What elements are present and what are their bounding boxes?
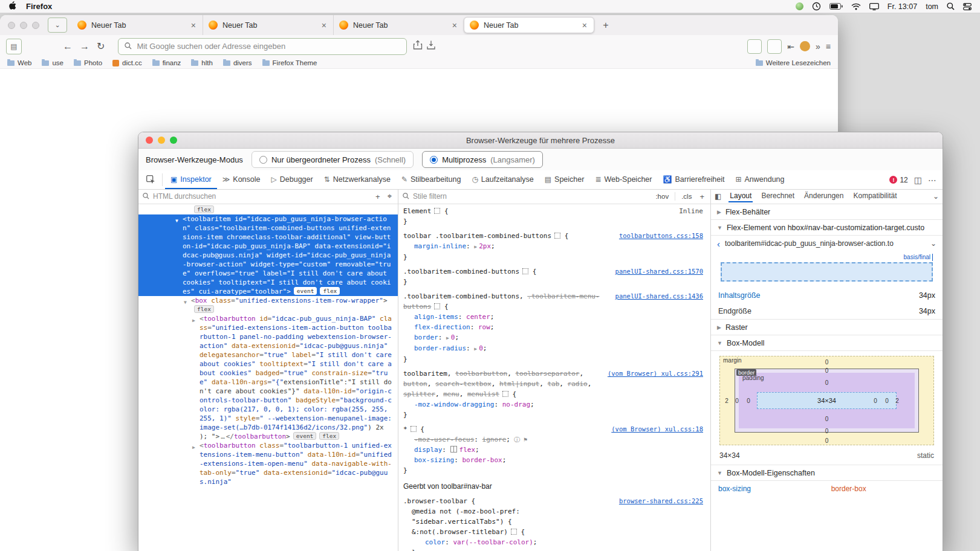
all-tabs-dropdown[interactable]: ⌄ xyxy=(48,18,67,33)
css-declaration[interactable]: display: flex; xyxy=(403,445,706,455)
extension-toolbar-button[interactable]: ▤ xyxy=(6,39,22,54)
css-declaration[interactable]: -moz-window-dragging: no-drag; xyxy=(403,399,706,410)
active-app-name[interactable]: Firefox xyxy=(26,2,52,11)
mode-option-multiprocess[interactable]: Multiprozess (Langsamer) xyxy=(422,151,543,168)
close-window-button[interactable] xyxy=(8,22,15,29)
devtools-tab-memory[interactable]: ▤Speicher xyxy=(539,170,590,189)
margin-left-value[interactable]: 2 xyxy=(725,398,729,404)
bookmark-item[interactable]: finanz xyxy=(152,59,181,66)
minimize-window-button[interactable] xyxy=(20,22,27,29)
expand-twisty-icon[interactable]: ▼ xyxy=(175,216,178,225)
class-toggle[interactable]: .cls xyxy=(679,193,694,200)
add-rule-icon[interactable]: + xyxy=(698,192,706,201)
compatibility-flag-icon[interactable]: ⚑ xyxy=(524,434,527,445)
overflow-chevron-icon[interactable]: » xyxy=(816,42,820,51)
share-icon[interactable] xyxy=(413,40,423,53)
extension-slot-icon[interactable] xyxy=(767,39,782,54)
add-node-icon[interactable]: + xyxy=(374,192,382,201)
flex-badge[interactable]: flex xyxy=(320,287,340,295)
flex-badge[interactable]: flex xyxy=(319,432,339,440)
collapse-twisty-icon[interactable]: ▶ xyxy=(192,443,195,452)
devtools-tab-inspector[interactable]: ▣Inspektor xyxy=(165,170,217,189)
menubar-user[interactable]: tom xyxy=(926,2,938,11)
css-declaration[interactable]: align-items: center; xyxy=(403,312,706,322)
extension-slot-icon[interactable] xyxy=(747,39,762,54)
tab-berechnet[interactable]: Berechnet xyxy=(760,190,796,202)
devtools-tab-styles[interactable]: ✎Stilbearbeitung xyxy=(396,170,466,189)
new-tab-button[interactable]: + xyxy=(598,18,614,33)
event-badge[interactable]: event xyxy=(293,432,317,440)
wifi-icon[interactable] xyxy=(851,3,861,10)
tab-kompatibilitaet[interactable]: Kompatibilität xyxy=(852,190,898,202)
reload-button[interactable]: ↻ xyxy=(93,40,108,52)
style-filter-input[interactable]: Stile filtern xyxy=(413,192,649,201)
bookmark-item[interactable]: Web xyxy=(7,59,31,66)
devtools-settings-icon[interactable]: ⋯ xyxy=(928,175,936,185)
forward-button[interactable]: → xyxy=(76,41,93,52)
markup-node[interactable]: ▶<toolbarbutton class="toolbarbutton-1 u… xyxy=(138,441,398,486)
section-box-model[interactable]: ▼ Box-Modell xyxy=(711,335,943,351)
stylesheet-link[interactable]: (vom Browser) xul.css:18 xyxy=(611,424,703,434)
bookmark-item[interactable]: hlth xyxy=(191,59,213,66)
inactive-css-info-icon[interactable]: ⓘ xyxy=(514,434,520,445)
sidebar-toggle-icon[interactable]: ◧ xyxy=(715,192,721,201)
collapsed-children-ellipsis[interactable]: … xyxy=(219,433,226,440)
stylesheet-link[interactable]: panelUI-shared.css:1570 xyxy=(615,266,703,277)
display-mirroring-icon[interactable] xyxy=(869,3,879,10)
stylesheet-link[interactable]: panelUI-shared.css:1436 xyxy=(615,291,703,301)
element-picker-icon[interactable] xyxy=(142,170,160,189)
tab-close-icon[interactable]: × xyxy=(451,21,458,30)
devtools-tab-debugger[interactable]: ▷Debugger xyxy=(266,170,319,189)
border-top-value[interactable]: 0 xyxy=(825,367,829,374)
browser-tab[interactable]: Neuer Tab× xyxy=(203,15,333,35)
devtools-tab-performance[interactable]: ◷Laufzeitanalyse xyxy=(466,170,539,189)
menubar-clock[interactable]: Fr. 13:07 xyxy=(888,2,917,11)
devtools-tab-network[interactable]: ⇅Netzwerkanalyse xyxy=(319,170,396,189)
bookmark-item[interactable]: Firefox Theme xyxy=(262,59,317,66)
markup-search-input[interactable]: HTML durchsuchen xyxy=(153,192,370,201)
collapse-twisty-icon[interactable]: ▶ xyxy=(192,316,195,325)
menu-hamburger-icon[interactable]: ≡ xyxy=(826,42,831,51)
flex-badge[interactable]: flex xyxy=(194,305,214,313)
margin-top-value[interactable]: 0 xyxy=(825,359,829,366)
devtools-tab-storage[interactable]: ≣Web-Speicher xyxy=(589,170,657,189)
bookmark-item[interactable]: dict.cc xyxy=(112,59,142,66)
padding-bottom-value[interactable]: 0 xyxy=(825,416,829,422)
battery-icon[interactable] xyxy=(829,3,843,10)
save-page-icon[interactable] xyxy=(426,40,436,53)
highlight-matches-icon[interactable] xyxy=(511,529,517,535)
expand-shorthand-icon[interactable]: ▶ xyxy=(446,335,449,341)
tab-close-icon[interactable]: × xyxy=(320,21,328,30)
bookmark-item[interactable]: divers xyxy=(223,59,252,66)
section-flex-item[interactable]: ▼ Flex-Element von hbox#nav-bar-customiz… xyxy=(711,220,943,236)
highlight-matches-icon[interactable] xyxy=(434,208,440,214)
highlight-matches-icon[interactable] xyxy=(434,303,440,309)
tab-close-icon[interactable]: × xyxy=(581,21,588,30)
tab-close-icon[interactable]: × xyxy=(190,21,197,30)
back-button[interactable]: ← xyxy=(59,41,76,52)
border-left-value[interactable]: 0 xyxy=(735,398,739,404)
flex-item-selector[interactable]: toolbaritem#idcac-pub_guus_ninja-browser… xyxy=(725,239,926,248)
flex-highlighter-icon[interactable] xyxy=(450,446,457,453)
padding-top-value[interactable]: 0 xyxy=(825,379,829,386)
sidebar-icon[interactable]: ⇤ xyxy=(787,42,794,51)
split-console-icon[interactable]: ◫ xyxy=(914,175,922,185)
mode-option-parent-process[interactable]: Nur übergeordneter Prozess (Schnell) xyxy=(251,151,414,168)
tab-aenderungen[interactable]: Änderungen xyxy=(803,190,845,202)
css-declaration[interactable]: border-radius: ▶0; xyxy=(403,343,706,354)
css-declaration[interactable]: border: ▶0; xyxy=(403,332,706,343)
browser-tab[interactable]: Neuer Tab× xyxy=(333,15,464,35)
expand-shorthand-icon[interactable]: ▶ xyxy=(474,346,477,352)
flex-badge[interactable]: flex xyxy=(194,205,214,213)
devtools-tab-application[interactable]: ⊞Anwendung xyxy=(730,170,790,189)
error-count-badge[interactable]: ! 12 xyxy=(889,176,907,184)
border-bottom-value[interactable]: 0 xyxy=(825,428,829,434)
status-app-icon[interactable] xyxy=(796,2,803,10)
padding-right-value[interactable]: 0 xyxy=(874,398,877,404)
stylesheet-link[interactable]: (vom Browser) xul.css:291 xyxy=(608,369,703,379)
event-badge[interactable]: event xyxy=(294,287,317,295)
margin-bottom-value[interactable]: 0 xyxy=(825,437,829,444)
devtools-tab-accessibility[interactable]: ♿Barrierefreiheit xyxy=(657,170,730,189)
section-grid[interactable]: ▶ Raster xyxy=(711,320,943,335)
control-center-icon[interactable] xyxy=(963,3,972,10)
